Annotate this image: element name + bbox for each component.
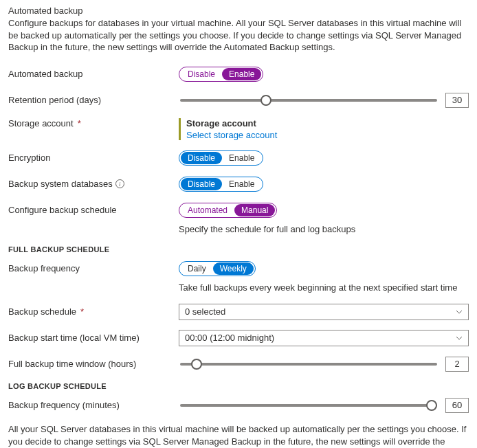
backup-schedule-label: Backup schedule* (8, 306, 179, 317)
log-schedule-header: LOG BACKUP SCHEDULE (8, 382, 469, 390)
select-storage-link[interactable]: Select storage account (186, 130, 277, 140)
automated-backup-label: Automated backup (8, 69, 179, 79)
daily-button[interactable]: Daily (181, 262, 213, 275)
full-schedule-header: FULL BACKUP SCHEDULE (8, 245, 469, 254)
frequency-hint: Take full backups every week beginning a… (179, 282, 469, 293)
enable-button[interactable]: Enable (222, 152, 261, 164)
storage-account-title: Storage account (186, 118, 277, 128)
schedule-hint: Specify the schedule for full and log ba… (179, 224, 469, 234)
retention-slider[interactable] (180, 99, 437, 102)
footer-note: All your SQL Server databases in this vi… (8, 423, 469, 448)
window-slider[interactable] (180, 363, 437, 366)
backup-sys-label: Backup system databases i (8, 179, 179, 189)
log-frequency-label: Backup frequency (minutes) (8, 400, 179, 410)
retention-value[interactable]: 30 (445, 93, 469, 108)
encryption-toggle[interactable]: Disable Enable (179, 150, 263, 166)
manual-button[interactable]: Manual (234, 204, 275, 216)
backup-sys-toggle[interactable]: Disable Enable (179, 177, 263, 192)
start-time-label: Backup start time (local VM time) (8, 333, 179, 343)
automated-button[interactable]: Automated (181, 204, 234, 216)
info-icon[interactable]: i (115, 179, 124, 188)
schedule-config-label: Configure backup schedule (8, 205, 179, 215)
window-value[interactable]: 2 (445, 357, 469, 372)
disable-button[interactable]: Disable (181, 68, 222, 80)
backup-schedule-dropdown[interactable]: 0 selected (179, 304, 469, 320)
chevron-down-icon (456, 335, 463, 341)
storage-account-label: Storage account* (8, 118, 179, 128)
disable-button[interactable]: Disable (181, 152, 222, 164)
weekly-button[interactable]: Weekly (213, 262, 254, 275)
page-title: Automated backup (8, 5, 469, 16)
frequency-toggle[interactable]: Daily Weekly (179, 261, 256, 276)
log-frequency-value[interactable]: 60 (445, 398, 469, 413)
frequency-label: Backup frequency (8, 263, 179, 273)
page-description: Configure backups for databases in your … (8, 17, 469, 54)
chevron-down-icon (456, 309, 463, 315)
log-frequency-slider[interactable] (180, 404, 437, 407)
enable-button[interactable]: Enable (222, 68, 261, 80)
enable-button[interactable]: Enable (222, 178, 261, 190)
window-label: Full backup time window (hours) (8, 359, 179, 369)
backup-schedule-value: 0 selected (185, 306, 225, 317)
required-star: * (78, 118, 81, 128)
disable-button[interactable]: Disable (181, 178, 222, 190)
required-star: * (80, 306, 84, 317)
schedule-config-toggle[interactable]: Automated Manual (179, 203, 277, 218)
encryption-label: Encryption (8, 153, 179, 163)
start-time-dropdown[interactable]: 00:00 (12:00 midnight) (179, 330, 469, 346)
retention-label: Retention period (days) (8, 95, 179, 105)
start-time-value: 00:00 (12:00 midnight) (185, 333, 274, 343)
automated-backup-toggle[interactable]: Disable Enable (179, 67, 263, 82)
